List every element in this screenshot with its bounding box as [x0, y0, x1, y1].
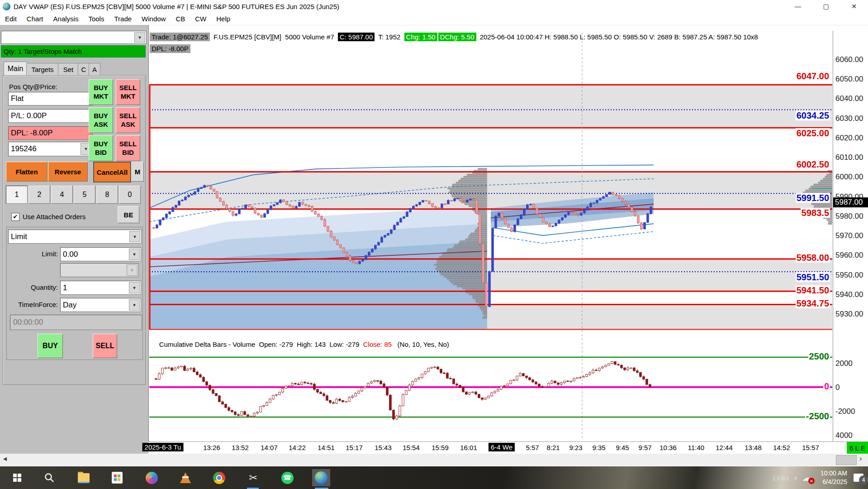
info-segment: F.US.EPM25 [CBV][M] 5000 Volume #7	[210, 33, 338, 41]
blue-level-label: 5991.50	[749, 193, 830, 203]
red-level-label: 6025.00	[749, 128, 830, 139]
buy-ask-button[interactable]: BUY ASK	[89, 107, 113, 133]
chart-info-bar-line2: DPL: -8.00P	[150, 43, 190, 54]
time-label: 13:26	[203, 444, 220, 451]
preset-8-button[interactable]: 8	[96, 186, 118, 204]
info-segment: 2025-06-04 10:00:47 H: 5988.50 L: 5985.5…	[476, 33, 760, 41]
price-tick: 5940.00	[835, 290, 863, 299]
time-label: 16:01	[460, 444, 477, 451]
taskbar-icon-search[interactable]	[40, 469, 58, 486]
clock[interactable]: 10:00 AM 6/4/2025	[821, 469, 847, 486]
time-label: 9:35	[592, 444, 605, 451]
flatten-button[interactable]: Flatten	[6, 162, 47, 182]
taskbar-icon-vlc[interactable]	[176, 469, 194, 486]
trade-panel: ▼ Qty: 1 Target/Stops Match MainTargetsS…	[0, 25, 149, 454]
scrollbar-thumb[interactable]	[836, 455, 857, 465]
horizontal-scrollbar[interactable]: ◄ ›	[0, 454, 868, 466]
use-attached-checkbox[interactable]: ✔	[11, 213, 19, 221]
sell-ask-button[interactable]: SELL ASK	[116, 107, 140, 133]
account-combobox[interactable]: ▼	[1, 31, 147, 44]
trade-panel-tabs: MainTargetsSetCA	[0, 63, 148, 77]
info-segment: DChg: 5.50	[438, 33, 476, 41]
delta-ohl-text: Cumulative Delta Bars - Volume Open: -27…	[159, 340, 363, 348]
chevron-down-icon[interactable]: ▼	[134, 32, 145, 43]
price-tick: 5980.00	[835, 212, 863, 221]
preset-4-button[interactable]: 4	[51, 186, 73, 204]
taskbar-icon-whatsapp[interactable]: ☎	[278, 469, 296, 486]
tab-c[interactable]: C	[78, 63, 90, 76]
price-tick: 6000.00	[835, 173, 863, 182]
time-label: 9:45	[616, 444, 629, 451]
scroll-right-icon[interactable]: ›	[859, 454, 862, 463]
tab-targets[interactable]: Targets	[26, 63, 59, 76]
sell-button[interactable]: SELL	[93, 334, 117, 358]
tray-time: 10:00 AM	[821, 469, 847, 478]
preset-1-button[interactable]: 1	[6, 186, 28, 204]
chart-status-badge: 6 L E	[847, 442, 868, 454]
time-label: 5:57	[526, 444, 539, 451]
taskbar-icon-start[interactable]	[8, 469, 26, 486]
cancel-all-button[interactable]: CancelAll	[93, 162, 131, 182]
quantity-label: Quantity:	[9, 283, 58, 291]
price-tick: 6020.00	[835, 134, 863, 143]
tif-label: TimeInForce:	[6, 301, 58, 308]
time-label: 13:48	[745, 444, 762, 451]
time-axis[interactable]: 2025-6-3 Tu13:2613:5214:0714:2214:5115:1…	[148, 441, 868, 454]
taskbar-icon-sierra-chart[interactable]	[312, 469, 330, 486]
limit-price-input[interactable]: 0.00 ▼	[60, 247, 141, 261]
info-segment: T: 1952	[375, 33, 404, 41]
reverse-button[interactable]: Reverse	[48, 162, 88, 182]
chevron-up-icon[interactable]: ∧	[793, 475, 798, 481]
taskbar-icon-store[interactable]	[108, 469, 126, 486]
price-tick: 5970.00	[835, 231, 863, 240]
price-tick: 5960.00	[835, 251, 863, 260]
windows-taskbar: ✂☎	[0, 466, 868, 489]
tab-main[interactable]: Main	[4, 62, 27, 76]
buy-bid-button[interactable]: BUY BID	[89, 135, 113, 161]
qty-status-banner: Qty: 1 Target/Stops Match	[1, 45, 146, 58]
order-type-combobox[interactable]: Limit ▼	[8, 230, 142, 244]
last-price-box: 5987.00	[833, 197, 868, 207]
taskbar-icon-copilot[interactable]	[142, 469, 161, 486]
taskbar-icon-chrome[interactable]	[210, 469, 228, 486]
preset-0-button[interactable]: 0	[119, 186, 141, 204]
tab-set[interactable]: Set	[58, 63, 79, 76]
time-label: 15:59	[432, 444, 449, 451]
delta-tick: 0	[835, 383, 840, 392]
sell-bid-button[interactable]: SELL BID	[116, 135, 140, 161]
tif-combobox[interactable]: Day ▼	[60, 298, 141, 312]
onedrive-error-icon[interactable]: ☁ ✕	[802, 472, 811, 483]
time-session-label: 2025-6-3 Tu	[142, 443, 184, 451]
taskbar-icon-snipping[interactable]: ✂	[244, 469, 262, 486]
links-label[interactable]: Links	[773, 474, 789, 482]
time-label: 15:57	[802, 444, 819, 451]
time-label: 12:44	[716, 444, 733, 451]
chevron-down-icon[interactable]: ▼	[129, 249, 140, 260]
chevron-down-icon[interactable]: ▼	[129, 231, 140, 242]
order-id-combobox[interactable]: 195246 ▼	[8, 142, 93, 156]
time-label: 11:40	[688, 444, 704, 451]
m-button[interactable]: M	[131, 162, 144, 182]
chevron-down-icon[interactable]: ▼	[129, 282, 140, 293]
sell-mkt-button[interactable]: SELL MKT	[116, 79, 140, 105]
secondary-price-combobox[interactable]: ▼	[60, 263, 139, 277]
position-field[interactable]: Flat	[8, 92, 93, 105]
preset-5-button[interactable]: 5	[74, 186, 95, 204]
time-label: 8:21	[546, 444, 560, 451]
red-level-label: 5958.00	[749, 253, 830, 263]
tab-a[interactable]: A	[89, 63, 100, 76]
tray-date: 6/4/2025	[821, 478, 847, 486]
red-level-label: 5983.5	[749, 208, 830, 218]
taskbar-icon-explorer[interactable]	[75, 469, 93, 486]
notification-center-icon[interactable]: 4	[854, 474, 863, 482]
scroll-left-icon[interactable]: ◄	[2, 455, 8, 462]
be-button[interactable]: BE	[118, 206, 139, 223]
chevron-down-icon[interactable]: ▼	[129, 299, 140, 311]
quantity-input[interactable]: 1 ▼	[60, 281, 141, 295]
buy-mkt-button[interactable]: BUY MKT	[89, 79, 113, 105]
buy-button[interactable]: BUY	[38, 334, 63, 358]
price-axis[interactable]: 6060.006050.006040.006030.006020.006010.…	[833, 31, 868, 441]
time-label: 15:43	[375, 444, 392, 451]
red-level-label: 5934.75	[749, 298, 830, 309]
preset-2-button[interactable]: 2	[28, 186, 50, 204]
